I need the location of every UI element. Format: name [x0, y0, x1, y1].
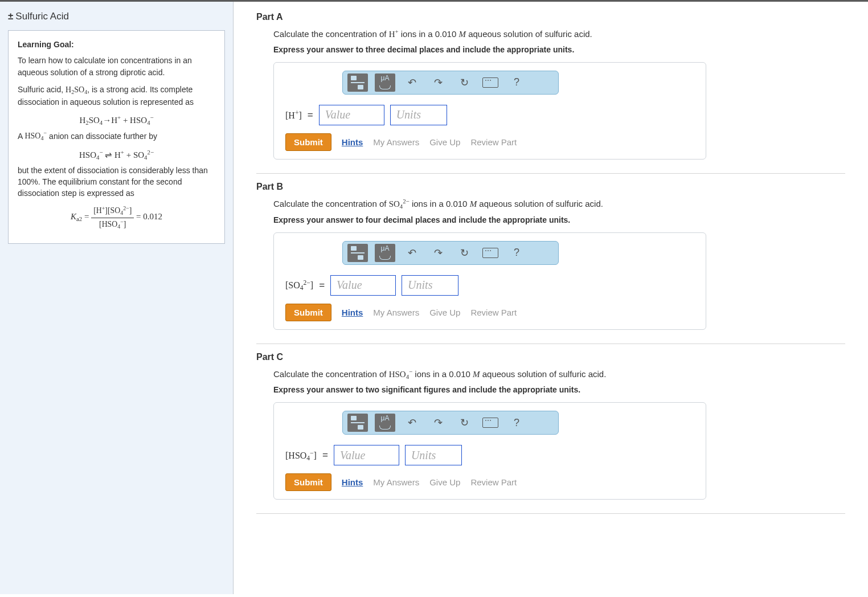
answer-lhs: [SO42−]: [285, 279, 313, 291]
equation-first-dissoc: H2SO4→H+ + HSO4−: [18, 113, 215, 127]
my-answers-link[interactable]: My Answers: [373, 308, 419, 317]
learning-goal-box: Learning Goal: To learn how to calculate…: [8, 30, 225, 244]
review-part-link[interactable]: Review Part: [470, 308, 517, 317]
reset-icon[interactable]: ↻: [455, 73, 474, 92]
answer-box: μA ↶ ↷ ↻ ? [HSO4−] = Submit Hints My Ans…: [273, 402, 706, 500]
answer-actions: Submit Hints My Answers Give Up Review P…: [274, 465, 706, 491]
part-title: Part A: [256, 12, 845, 22]
keyboard-icon[interactable]: [481, 73, 500, 92]
goal-para-4: but the extent of dissociation is consid…: [18, 165, 215, 199]
hints-link[interactable]: Hints: [342, 137, 363, 147]
answer-toolbar: μA ↶ ↷ ↻ ?: [342, 411, 559, 435]
sidebar: ±Sulfuric Acid Learning Goal: To learn h…: [0, 2, 234, 594]
units-mu-icon[interactable]: μA: [375, 414, 395, 432]
my-answers-link[interactable]: My Answers: [373, 137, 419, 147]
equals-sign: =: [308, 109, 313, 121]
answer-actions: Submit Hints My Answers Give Up Review P…: [274, 125, 706, 151]
submit-button[interactable]: Submit: [285, 304, 331, 321]
undo-icon[interactable]: ↶: [402, 414, 421, 432]
redo-icon[interactable]: ↷: [428, 73, 448, 92]
help-icon[interactable]: ?: [507, 244, 526, 262]
units-input[interactable]: [390, 105, 447, 125]
part-b: Part B Calculate the concentration of SO…: [256, 174, 845, 344]
goal-para-1: To learn how to calculate ion concentrat…: [18, 55, 215, 78]
value-input[interactable]: [319, 105, 384, 125]
keyboard-icon[interactable]: [481, 244, 500, 262]
reset-icon[interactable]: ↻: [455, 244, 474, 262]
give-up-link[interactable]: Give Up: [429, 137, 460, 147]
keyboard-icon[interactable]: [481, 414, 500, 432]
reset-icon[interactable]: ↻: [455, 414, 474, 432]
goal-para-3: A HSO4− anion can dissociate further by: [18, 130, 215, 143]
undo-icon[interactable]: ↶: [402, 73, 421, 92]
part-title: Part C: [256, 352, 845, 362]
problem-title: ±Sulfuric Acid: [8, 11, 225, 22]
hints-link[interactable]: Hints: [342, 477, 363, 487]
answer-toolbar: μA ↶ ↷ ↻ ?: [342, 71, 559, 95]
redo-icon[interactable]: ↷: [428, 244, 448, 262]
part-description: Calculate the concentration of H+ ions i…: [273, 28, 845, 39]
part-description: Calculate the concentration of SO42− ion…: [273, 198, 845, 210]
fraction-template-icon[interactable]: [347, 414, 368, 432]
fraction-template-icon[interactable]: [347, 73, 368, 92]
part-instruction: Express your answer to two significant f…: [273, 385, 845, 394]
equation-ka2: Ka2 = [H+][SO42−][HSO4−] = 0.012: [18, 205, 215, 231]
answer-input-row: [H+] =: [274, 95, 706, 125]
units-mu-icon[interactable]: μA: [375, 244, 395, 262]
value-input[interactable]: [330, 275, 396, 296]
answer-toolbar: μA ↶ ↷ ↻ ?: [342, 241, 559, 265]
units-mu-icon[interactable]: μA: [375, 73, 395, 92]
undo-icon[interactable]: ↶: [402, 244, 421, 262]
give-up-link[interactable]: Give Up: [429, 477, 460, 487]
fraction-template-icon[interactable]: [347, 244, 368, 262]
review-part-link[interactable]: Review Part: [470, 477, 517, 487]
submit-button[interactable]: Submit: [285, 473, 331, 491]
answer-lhs: [H+]: [285, 109, 302, 121]
answer-input-row: [HSO4−] =: [274, 435, 706, 465]
main-content: Part A Calculate the concentration of H+…: [234, 2, 868, 594]
value-input[interactable]: [334, 445, 399, 465]
part-a: Part A Calculate the concentration of H+…: [256, 12, 845, 174]
equation-second-dissoc: HSO4− ⇌ H+ + SO42−: [18, 148, 215, 162]
part-c: Part C Calculate the concentration of HS…: [256, 344, 845, 514]
my-answers-link[interactable]: My Answers: [373, 477, 419, 487]
hints-link[interactable]: Hints: [342, 308, 363, 317]
goal-para-2: Sulfuric acid, H2SO4, is a strong acid. …: [18, 84, 215, 108]
learning-goal-heading: Learning Goal:: [18, 39, 215, 50]
answer-box: μA ↶ ↷ ↻ ? [SO42−] = Submit Hints My Ans…: [273, 232, 706, 330]
answer-input-row: [SO42−] =: [274, 265, 706, 296]
answer-box: μA ↶ ↷ ↻ ? [H+] = Submit Hints My Answer…: [273, 62, 706, 160]
redo-icon[interactable]: ↷: [428, 414, 448, 432]
help-icon[interactable]: ?: [507, 414, 526, 432]
submit-button[interactable]: Submit: [285, 133, 331, 151]
equals-sign: =: [319, 280, 325, 291]
part-title: Part B: [256, 182, 845, 192]
part-instruction: Express your answer to four decimal plac…: [273, 215, 845, 224]
give-up-link[interactable]: Give Up: [429, 308, 460, 317]
part-instruction: Express your answer to three decimal pla…: [273, 45, 845, 54]
review-part-link[interactable]: Review Part: [470, 137, 517, 147]
answer-lhs: [HSO4−]: [285, 449, 317, 461]
answer-actions: Submit Hints My Answers Give Up Review P…: [274, 296, 706, 321]
part-description: Calculate the concentration of HSO4− ion…: [273, 368, 845, 380]
units-input[interactable]: [402, 275, 458, 296]
equals-sign: =: [322, 449, 328, 461]
units-input[interactable]: [405, 445, 462, 465]
help-icon[interactable]: ?: [507, 73, 526, 92]
